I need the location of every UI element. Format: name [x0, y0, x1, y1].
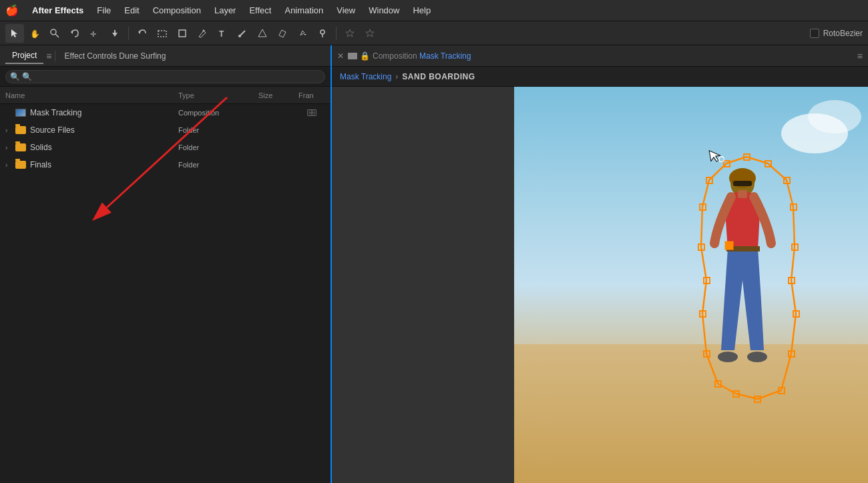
item-fran-mask-tracking — [298, 109, 325, 116]
svg-point-18 — [320, 30, 324, 34]
breadcrumb-link[interactable]: Mask Tracking — [340, 72, 391, 81]
svg-marker-21 — [366, 29, 374, 37]
move-tool-button[interactable]: ✛ — [85, 24, 104, 43]
menu-animation[interactable]: Animation — [279, 3, 329, 18]
col-fran: Fran — [298, 91, 325, 99]
svg-point-2 — [51, 29, 56, 35]
menu-effect[interactable]: Effect — [244, 3, 276, 18]
star-tool-2[interactable] — [361, 24, 379, 43]
cursor-icon — [708, 147, 725, 167]
comp-panel-tabs: ✕ 🔒 Composition Mask Tracking ≡ — [332, 45, 868, 67]
list-item[interactable]: › Source Files Folder — [0, 121, 331, 139]
text-tool-button[interactable]: T — [213, 24, 232, 43]
menu-layer[interactable]: Layer — [209, 3, 242, 18]
toolbar: ✋ ✛ T — [0, 21, 868, 45]
mask-outline — [688, 153, 808, 407]
svg-rect-10 — [179, 30, 186, 37]
svg-marker-8 — [138, 30, 140, 34]
app-name[interactable]: After Effects — [27, 3, 89, 18]
menubar: 🍎 After Effects File Edit Composition La… — [0, 0, 868, 21]
pen-tool-button[interactable] — [193, 24, 212, 43]
item-name-finals: Finals — [30, 160, 178, 169]
undo-button[interactable] — [133, 24, 152, 43]
fran-icon — [307, 109, 316, 116]
rect-select-button[interactable] — [153, 24, 172, 43]
menu-edit[interactable]: Edit — [119, 3, 144, 18]
comp-name[interactable]: Mask Tracking — [419, 51, 471, 61]
svg-text:✛: ✛ — [90, 30, 96, 38]
clone-tool-button[interactable] — [253, 24, 272, 43]
svg-marker-0 — [11, 29, 17, 37]
search-wrapper: 🔍 — [5, 70, 325, 83]
svg-point-11 — [203, 29, 205, 31]
select-tool-button[interactable] — [5, 24, 24, 43]
item-type-mask-tracking: Composition — [178, 109, 258, 117]
list-item[interactable]: › Solids Folder — [0, 139, 331, 156]
tab-divider — [55, 51, 55, 61]
expand-arrow-icon: › — [5, 144, 13, 151]
svg-point-55 — [718, 156, 724, 162]
col-name: Name — [5, 91, 178, 99]
comp-canvas — [514, 87, 868, 483]
brush-tool-button[interactable] — [233, 24, 252, 43]
paint-bucket-button[interactable] — [293, 24, 312, 43]
panel-tabs: Project ≡ Effect Controls Dune Surfing — [0, 45, 331, 67]
comp-menu-icon[interactable]: ≡ — [857, 51, 863, 61]
col-type: Type — [178, 91, 258, 99]
toolbar-divider-2 — [336, 27, 337, 40]
menu-composition[interactable]: Composition — [148, 3, 206, 18]
project-list: Mask Tracking Composition › Source Files… — [0, 104, 331, 483]
comp-label: Composition — [373, 51, 417, 61]
item-type-source-files: Folder — [178, 126, 258, 134]
comp-icon — [15, 108, 27, 117]
menu-window[interactable]: Window — [363, 3, 405, 18]
main-area: Project ≡ Effect Controls Dune Surfing 🔍… — [0, 45, 868, 483]
col-size: Size — [258, 91, 298, 99]
item-type-finals: Folder — [178, 161, 258, 169]
zoom-tool-button[interactable] — [45, 24, 64, 43]
item-name-source-files: Source Files — [30, 125, 178, 135]
star-tool-1[interactable] — [341, 24, 359, 43]
menu-view[interactable]: View — [331, 3, 361, 18]
item-type-solids: Folder — [178, 143, 258, 151]
tab-effect-controls[interactable]: Effect Controls Dune Surfing — [58, 49, 173, 63]
search-input[interactable] — [5, 70, 325, 83]
svg-point-14 — [238, 35, 241, 37]
svg-marker-20 — [346, 29, 354, 37]
svg-text:T: T — [219, 29, 224, 38]
menu-help[interactable]: Help — [407, 3, 436, 18]
rotate-tool-button[interactable] — [65, 24, 84, 43]
list-item[interactable]: Mask Tracking Composition — [0, 104, 331, 121]
down-tool-button[interactable] — [105, 24, 124, 43]
left-panel: Project ≡ Effect Controls Dune Surfing 🔍… — [0, 45, 332, 483]
svg-marker-15 — [258, 29, 266, 37]
list-item[interactable]: › Finals Folder — [0, 156, 331, 173]
tab-project[interactable]: Project — [5, 48, 43, 64]
toolbar-divider-1 — [128, 27, 129, 40]
hand-tool-button[interactable]: ✋ — [25, 24, 44, 43]
shape-rect-button[interactable] — [173, 24, 192, 43]
folder-icon — [15, 125, 27, 135]
breadcrumb: Mask Tracking › SAND BOARDING — [332, 67, 868, 87]
expand-arrow-icon: › — [5, 161, 13, 169]
rotobezier-toggle[interactable]: RotoBezier — [810, 29, 863, 38]
comp-viewer — [332, 87, 868, 483]
close-panel-button[interactable]: ✕ — [337, 51, 344, 61]
pin-tool-button[interactable] — [313, 24, 332, 43]
rotobezier-checkbox[interactable] — [810, 29, 819, 38]
svg-marker-4 — [71, 30, 73, 34]
rotobezier-label: RotoBezier — [823, 29, 863, 38]
svg-line-3 — [55, 34, 59, 37]
list-header: Name Type Size Fran — [0, 87, 331, 104]
expand-arrow-icon: › — [5, 127, 13, 134]
svg-rect-7 — [114, 30, 116, 33]
eraser-tool-button[interactable] — [273, 24, 292, 43]
svg-marker-16 — [279, 30, 286, 37]
search-icon: 🔍 — [10, 72, 20, 81]
folder-icon — [15, 160, 27, 169]
project-menu-icon[interactable]: ≡ — [46, 51, 51, 61]
menu-file[interactable]: File — [91, 3, 116, 18]
item-name-solids: Solids — [30, 143, 178, 152]
comp-icon-tab — [348, 53, 357, 59]
lock-icon: 🔒 — [360, 51, 370, 61]
